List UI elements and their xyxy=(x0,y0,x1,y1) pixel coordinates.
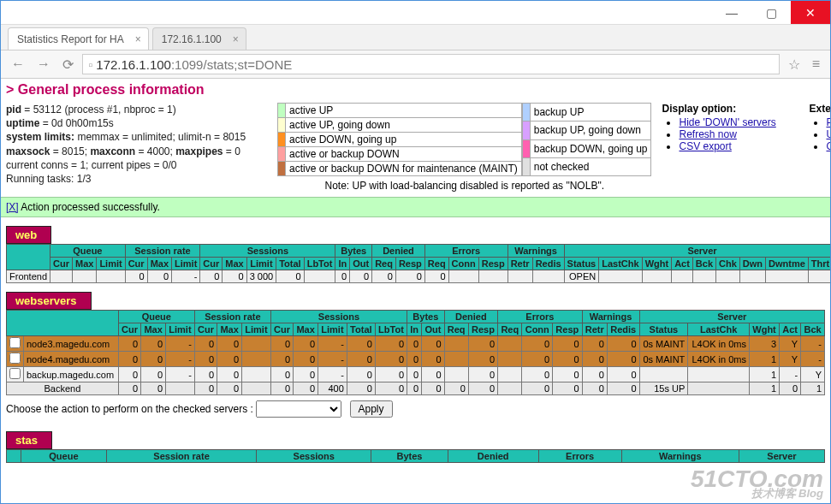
browser-tabstrip: Statistics Report for HA × 172.16.1.100 … xyxy=(1,25,830,50)
tab-title: Statistics Report for HA xyxy=(17,33,124,45)
display-options: Display option: Hide 'DOWN' servers Refr… xyxy=(662,103,798,152)
action-form: Choose the action to perform on the chec… xyxy=(1,395,830,423)
reload-icon[interactable]: ⟳ xyxy=(59,56,77,73)
tab-close-icon[interactable]: × xyxy=(233,33,239,45)
tab-title: 172.16.1.100 xyxy=(162,33,222,45)
url-input[interactable]: ▫ 172.16.1.100:1099/stats;st=DONE xyxy=(82,54,780,74)
dismiss-message-link[interactable]: [X] xyxy=(6,201,19,213)
stats-table-webservers: Queue Session rate Sessions Bytes Denied… xyxy=(6,310,825,395)
minimize-button[interactable]: — xyxy=(712,1,751,24)
primary-site-link[interactable]: Primary site xyxy=(826,116,830,128)
stats-table-stas: Queue Session rate Sessions Bytes Denied… xyxy=(6,449,825,463)
close-button[interactable]: ✕ xyxy=(791,1,830,24)
server-checkbox[interactable] xyxy=(9,353,21,364)
manual-link[interactable]: Online manua xyxy=(826,140,830,152)
page-icon: ▫ xyxy=(88,57,92,72)
back-icon[interactable]: ← xyxy=(8,56,28,72)
menu-icon[interactable]: ≡ xyxy=(809,56,823,72)
hide-down-link[interactable]: Hide 'DOWN' servers xyxy=(679,116,775,128)
server-checkbox[interactable] xyxy=(9,368,21,379)
page-content: > General process information pid = 5311… xyxy=(1,79,830,503)
action-select[interactable] xyxy=(256,400,341,418)
window-titlebar: — ▢ ✕ xyxy=(1,1,830,25)
apply-button[interactable]: Apply xyxy=(350,400,393,418)
process-info: pid = 53112 (process #1, nbproc = 1) upt… xyxy=(6,103,267,186)
table-row: node4.magedu.com 00- 00 00-00 00 0 00 00… xyxy=(7,352,825,367)
external-resources: External resources: Primary site Updates… xyxy=(809,103,830,152)
browser-addressbar: ← → ⟳ ▫ 172.16.1.100:1099/stats;st=DONE … xyxy=(1,50,830,79)
action-message: [X] Action processed successfully. xyxy=(1,197,830,217)
page-title: > General process information xyxy=(1,79,830,101)
forward-icon[interactable]: → xyxy=(33,56,54,72)
table-row: Frontend 00- 003 0000 00 00 0 OPEN xyxy=(7,270,831,283)
tab-close-icon[interactable]: × xyxy=(135,33,141,45)
updates-link[interactable]: Updates (v1.4 xyxy=(826,128,830,140)
browser-tab-inactive[interactable]: 172.16.1.100 × xyxy=(152,27,246,50)
legend: active UP active UP, going down active D… xyxy=(277,103,651,192)
maximize-button[interactable]: ▢ xyxy=(751,1,791,24)
watermark: 51CTO.com 技术博客 Blog xyxy=(691,470,823,498)
browser-tab-active[interactable]: Statistics Report for HA × xyxy=(8,27,149,50)
proxy-webservers-header: webservers xyxy=(6,292,92,310)
refresh-link[interactable]: Refresh now xyxy=(679,128,736,140)
csv-export-link[interactable]: CSV export xyxy=(679,140,731,152)
table-row: node3.magedu.com 00- 00 00-00 00 0 00 00… xyxy=(7,336,825,352)
server-checkbox[interactable] xyxy=(9,337,21,348)
table-row: backup.magedu.com 00- 00 00-00 00 0 00 0… xyxy=(7,367,825,382)
proxy-stas-header: stas xyxy=(6,431,52,449)
table-row: Backend 00 00 0040000 00 00 00 00 15s UP… xyxy=(7,382,825,395)
stats-table-web: Queue Session rate Sessions Bytes Denied… xyxy=(6,244,830,283)
star-icon[interactable]: ☆ xyxy=(785,56,804,73)
proxy-web-header: web xyxy=(6,226,51,244)
